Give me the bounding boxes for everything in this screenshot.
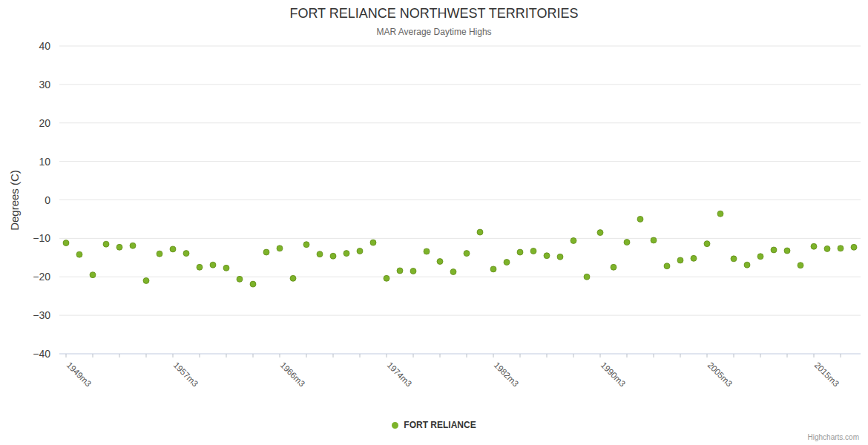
data-point[interactable] [691,255,697,261]
data-point[interactable] [223,265,229,271]
data-point[interactable] [277,245,283,251]
y-axis-tick-label: −10 [33,232,50,244]
legend-marker-icon [392,422,398,429]
x-axis-tick-label: 1966m3 [279,360,307,389]
data-point[interactable] [477,229,483,235]
data-point[interactable] [731,256,737,262]
x-axis-tick-label: 2005m3 [706,360,734,389]
data-point[interactable] [717,211,723,217]
chart-canvas: Degrees (C) 403020100−10−20−30−401949m31… [0,0,868,445]
data-point[interactable] [330,253,336,259]
legend-label: FORT RELIANCE [404,420,476,430]
data-point[interactable] [263,249,269,255]
y-axis-tick-label: 0 [45,194,50,206]
data-point[interactable] [370,240,376,245]
data-point[interactable] [424,248,430,254]
data-point[interactable] [250,281,256,287]
data-point[interactable] [130,243,136,248]
data-point[interactable] [410,268,416,274]
y-axis-tick-label: 20 [39,117,50,129]
data-point[interactable] [571,237,576,243]
data-point[interactable] [450,269,456,275]
data-point[interactable] [183,251,189,257]
data-point[interactable] [437,259,443,265]
data-point[interactable] [824,245,830,251]
data-point[interactable] [143,277,149,283]
data-point[interactable] [637,216,643,222]
data-point[interactable] [771,247,777,253]
data-point[interactable] [464,251,470,257]
data-point[interactable] [651,237,657,243]
data-point[interactable] [811,243,817,249]
y-axis-tick-label: −20 [33,271,50,283]
data-point[interactable] [611,264,617,270]
y-axis-tick-label: 30 [39,79,50,90]
data-point[interactable] [116,244,122,250]
data-point[interactable] [584,274,590,280]
data-point[interactable] [544,253,550,259]
y-axis-title: Degrees (C) [8,170,21,231]
data-point[interactable] [384,275,389,281]
data-point[interactable] [63,240,69,246]
data-point[interactable] [530,248,536,254]
data-point[interactable] [157,251,162,257]
y-axis-tick-label: 10 [39,156,50,168]
data-point[interactable] [357,248,363,254]
data-point[interactable] [704,241,710,247]
data-point[interactable] [90,272,96,278]
legend-item-fort-reliance[interactable]: FORT RELIANCE [0,420,868,430]
x-axis-tick-label: 1949m3 [65,360,93,389]
data-point[interactable] [76,251,82,257]
data-point[interactable] [744,262,750,268]
data-point[interactable] [784,248,790,254]
data-point[interactable] [317,251,323,257]
x-axis-tick-label: 1974m3 [386,360,414,389]
data-point[interactable] [517,249,523,255]
data-point[interactable] [838,245,844,251]
y-axis-tick-label: −40 [33,348,50,360]
data-point[interactable] [103,241,109,247]
x-axis-tick-label: 2015m3 [813,360,841,389]
x-axis-tick-label: 1990m3 [599,360,628,389]
data-point[interactable] [210,262,216,268]
data-point[interactable] [851,244,857,250]
data-point[interactable] [624,240,630,245]
chart-container: FORT RELIANCE NORTHWEST TERRITORIES MAR … [0,0,868,445]
data-point[interactable] [597,230,603,236]
data-point[interactable] [757,254,763,260]
data-point[interactable] [490,266,496,272]
y-axis-tick-label: 40 [39,40,50,52]
y-axis-tick-label: −30 [33,309,50,321]
data-point[interactable] [397,268,403,274]
data-point[interactable] [677,257,683,263]
credits-link[interactable]: Highcharts.com [808,433,859,441]
data-point[interactable] [557,254,563,260]
data-point[interactable] [197,264,203,270]
x-axis-tick-label: 1982m3 [493,360,521,389]
data-point[interactable] [237,276,243,282]
data-point[interactable] [798,263,803,268]
x-axis-tick-label: 1957m3 [172,360,200,389]
data-point[interactable] [303,242,309,248]
data-point[interactable] [664,263,670,269]
data-point[interactable] [343,251,349,257]
data-point[interactable] [290,275,296,281]
data-point[interactable] [504,260,510,266]
data-point[interactable] [170,246,176,252]
